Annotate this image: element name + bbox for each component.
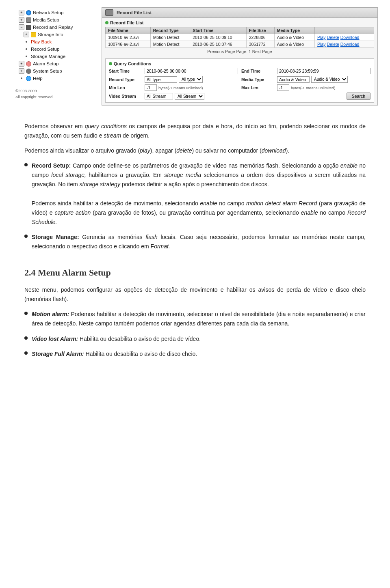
min-len-row: bytes(-1 means unlimited): [145, 84, 238, 91]
expand-icon: [19, 17, 24, 23]
gear-icon: [26, 69, 31, 74]
bullet-motion-alarm: Motion alarm: Podemos habilitar a detecç…: [24, 310, 366, 328]
record-type-label: Record Type: [109, 77, 141, 82]
sidebar-item-help[interactable]: Help: [12, 75, 102, 82]
disk-icon: [26, 17, 31, 23]
record-type-input[interactable]: [145, 76, 177, 83]
sidebar-item-record-setup[interactable]: Record Setup: [12, 45, 102, 53]
main-panel: Record File List Record File List File N…: [102, 7, 378, 106]
screenshot-section: Network Setup Media Setup Record and Rep…: [0, 0, 390, 110]
sidebar-item-system-setup[interactable]: System Setup: [12, 67, 102, 75]
delete-link[interactable]: Delete: [327, 42, 339, 47]
col-filesize: File Size: [246, 27, 274, 34]
sidebar-item-network-setup[interactable]: Network Setup: [12, 9, 102, 16]
media-type-input[interactable]: [277, 76, 310, 83]
record-type-row: All type: [145, 76, 238, 83]
sidebar-label-media: Media Setup: [33, 17, 59, 22]
query-grid: Start Time End Time Record Type All type…: [109, 68, 370, 100]
expand-icon: [19, 10, 24, 15]
query-dot: [109, 62, 112, 65]
sidebar-label-record-setup: Record Setup: [31, 47, 59, 52]
media-type-row: Audio & Video: [277, 76, 370, 83]
col-actions: [315, 27, 374, 34]
sidebar-item-record-replay[interactable]: Record and Replay: [12, 24, 102, 31]
bullet-list-alarm: Motion alarm: Podemos habilitar a detecç…: [24, 310, 366, 358]
media-type-select[interactable]: Audio & Video: [311, 76, 348, 83]
file-list-title: Record File List: [110, 20, 144, 25]
bullet-list-1: Record Setup: Campo onde define-se os pa…: [24, 161, 366, 251]
titlebar-icon: [105, 9, 113, 16]
bullet-record-setup: Record Setup: Campo onde define-se os pa…: [24, 161, 366, 227]
sidebar-item-alarm-setup[interactable]: Alarm Setup: [12, 60, 102, 67]
video-stream-select[interactable]: All Stream: [175, 93, 204, 100]
max-len-row: bytes(-1 means unlimited): [277, 84, 370, 91]
bullet-storage-full: Storage Full Alarm: Habilita ou desabili…: [24, 349, 366, 359]
help-icon: [26, 76, 31, 81]
bullet-dot: [24, 163, 28, 166]
bullet-icon: [19, 75, 24, 81]
record-type-select[interactable]: All type: [179, 76, 203, 83]
collapse-icon: [19, 24, 24, 30]
doc-section: Podemos observar em query conditions os …: [0, 110, 390, 377]
max-len-label: Max Len: [241, 85, 274, 90]
cell-filesize: 3051772: [246, 41, 274, 48]
query-header: Query Conditions: [109, 61, 370, 66]
cell-starttime: 2010-06-25 10:09:10: [190, 34, 247, 41]
play-link[interactable]: Play: [317, 42, 325, 47]
min-len-label: Min Len: [109, 85, 141, 90]
bullet-record-setup-text: Record Setup: Campo onde define-se os pa…: [32, 161, 366, 227]
sidebar-item-storage-manage[interactable]: Storage Manage: [12, 53, 102, 60]
bullet-storage-full-text: Storage Full Alarm: Habilita ou desabili…: [32, 349, 366, 359]
max-len-input[interactable]: [277, 84, 289, 91]
alarm-section-para: Neste menu, podemos configurar as opções…: [24, 285, 366, 304]
col-mediatype: Media Type: [274, 27, 314, 34]
bullet-icon: [24, 46, 29, 52]
col-filename: File Name: [106, 27, 151, 34]
search-area: Search: [277, 93, 370, 100]
bullet-icon: [24, 54, 29, 59]
video-stream-input[interactable]: [145, 93, 173, 99]
min-len-note: bytes(-1 means unlimited): [158, 86, 203, 90]
search-button[interactable]: Search: [347, 93, 370, 100]
intro-para-2: Podemos ainda visualizar o arquivo grava…: [24, 146, 366, 155]
cell-actions: Play Delete Download: [315, 41, 374, 48]
file-table: File Name Record Type Start Time File Si…: [105, 27, 374, 48]
cell-filename: 100910-av-2.avi: [106, 34, 151, 41]
sidebar-item-media-setup[interactable]: Media Setup: [12, 16, 102, 24]
download-link[interactable]: Download: [340, 35, 360, 40]
sidebar-label-network: Network Setup: [33, 10, 63, 15]
panel-titlebar: Record File List: [102, 8, 377, 18]
query-title: Query Conditions: [114, 61, 151, 66]
cell-starttime: 2010-06-25 10:07:46: [190, 41, 247, 48]
cell-recordtype: Motion Detect: [150, 34, 190, 41]
section-title-alarm: 2.4 Menu Alarm Setup: [24, 267, 366, 278]
bullet-motion-alarm-text: Motion alarm: Podemos habilitar a detecç…: [32, 310, 366, 328]
video-stream-label: Video Stream: [109, 94, 141, 99]
start-time-input[interactable]: [145, 68, 238, 74]
file-list-header: Record File List: [105, 20, 374, 25]
expand-icon: [24, 32, 29, 37]
col-starttime: Start Time: [190, 27, 247, 34]
section-dot: [105, 21, 108, 24]
max-len-note: bytes(-1 means unlimited): [291, 86, 335, 90]
expand-icon: [19, 61, 24, 67]
intro-para-1: Podemos observar em query conditions os …: [24, 122, 366, 140]
table-row: 100910-av-2.avi Motion Detect 2010-06-25…: [106, 34, 374, 41]
sidebar-item-storage-info[interactable]: Storage Info: [12, 31, 102, 38]
sidebar-item-play-back[interactable]: Play Back: [12, 38, 102, 45]
copyright-text: ©2003-2009All copyright reserved: [12, 88, 102, 100]
delete-link[interactable]: Delete: [327, 35, 339, 40]
sidebar-label-record-replay: Record and Replay: [33, 25, 73, 30]
bullet-video-lost: Video lost Alarm: Habilita ou desabilita…: [24, 334, 366, 344]
cell-mediatype: Audio & Video: [274, 41, 314, 48]
min-len-input[interactable]: [145, 84, 157, 91]
bullet-dot: [24, 312, 28, 315]
sidebar-label-help: Help: [33, 76, 43, 81]
play-link[interactable]: Play: [317, 35, 325, 40]
media-type-label: Media Type: [241, 77, 274, 82]
end-time-input[interactable]: [277, 68, 370, 74]
cell-filename: 100746-av-2.avi: [106, 41, 151, 48]
folder-icon: [31, 32, 36, 37]
download-link[interactable]: Download: [340, 42, 360, 47]
sidebar: Network Setup Media Setup Record and Rep…: [12, 7, 102, 106]
